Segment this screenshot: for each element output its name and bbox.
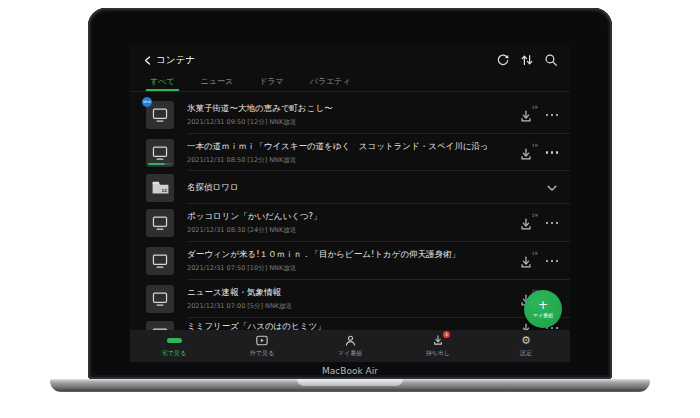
more-button[interactable] bbox=[546, 216, 559, 230]
fab-label: マイ番組 bbox=[533, 312, 553, 318]
program-list: NEW 氷菓子街道〜大地の恵みで町おこし〜 2021/12/31 09:50 [… bbox=[130, 92, 570, 330]
app-screen: コンテナ bbox=[130, 45, 570, 362]
tab-all[interactable]: すべて bbox=[150, 76, 175, 91]
expiry-count: 19 bbox=[532, 251, 538, 256]
tab-news[interactable]: ニュース bbox=[201, 76, 234, 91]
nav-label: 宅で見る bbox=[162, 349, 186, 358]
program-thumbnail: NEW bbox=[146, 101, 174, 129]
nav-item-watch-outside[interactable]: 外で見る bbox=[218, 330, 306, 362]
download-icon bbox=[519, 109, 533, 123]
program-text: ダーウィンが来る!１０ｍｉｎ．「目からビーム!トカゲの仰天護身術」 2021/1… bbox=[187, 249, 460, 273]
back-button[interactable]: コンテナ bbox=[144, 54, 195, 67]
list-item[interactable]: NEW 氷菓子街道〜大地の恵みで町おこし〜 2021/12/31 09:50 [… bbox=[130, 96, 570, 134]
program-title: ダーウィンが来る!１０ｍｉｎ．「目からビーム!トカゲの仰天護身術」 bbox=[187, 249, 460, 261]
nav-item-my-programs[interactable]: マイ番組 bbox=[306, 330, 394, 362]
more-button[interactable] bbox=[546, 254, 559, 268]
row-actions: 19 bbox=[519, 254, 559, 268]
program-meta: 2021/12/31 08:30 [24分] NNK放送 bbox=[187, 226, 322, 235]
nav-item-takeout[interactable]: 3 持ち出し bbox=[394, 330, 482, 362]
recorder-pill-icon bbox=[167, 335, 182, 346]
monitor-icon bbox=[151, 253, 169, 269]
nav-label: 持ち出し bbox=[426, 349, 450, 358]
my-programs-fab[interactable]: + マイ番組 bbox=[524, 290, 562, 328]
more-button[interactable] bbox=[546, 146, 559, 160]
page: コンテナ bbox=[0, 0, 700, 418]
watch-progress-bar bbox=[148, 163, 172, 165]
expiry-count: 19 bbox=[532, 143, 538, 148]
bottom-nav: 宅で見る 外で見る bbox=[130, 330, 570, 362]
sort-icon[interactable] bbox=[520, 53, 534, 67]
program-meta: 2021/12/31 08:50 [12分] NNK放送 bbox=[187, 156, 487, 165]
program-text: ニュース速報・気象情報 2021/12/31 07:00 [5分] NNK放送 bbox=[187, 287, 292, 311]
nav-item-watch-home[interactable]: 宅で見る bbox=[130, 330, 218, 362]
monitor-icon bbox=[151, 107, 169, 123]
new-badge: NEW bbox=[142, 97, 152, 107]
program-meta: 2021/12/31 09:50 [12分] NNK放送 bbox=[187, 118, 333, 127]
folder-item[interactable]: 12 名探偵ロワロ bbox=[130, 171, 570, 204]
download-icon: 3 bbox=[432, 335, 444, 346]
tv-play-icon bbox=[256, 335, 268, 346]
back-label: コンテナ bbox=[156, 54, 195, 67]
nav-label: マイ番組 bbox=[338, 349, 362, 358]
takeout-badge: 3 bbox=[443, 331, 450, 338]
laptop-base bbox=[50, 379, 650, 392]
folder-text: 名探偵ロワロ bbox=[187, 182, 239, 194]
plus-icon: + bbox=[538, 300, 548, 310]
program-title: 氷菓子街道〜大地の恵みで町おこし〜 bbox=[187, 103, 333, 115]
list-item[interactable]: ニュース速報・気象情報 2021/12/31 07:00 [5分] NNK放送 … bbox=[130, 280, 570, 318]
refresh-icon[interactable] bbox=[496, 53, 510, 67]
download-button[interactable]: 19 bbox=[519, 254, 533, 268]
download-button[interactable]: 19 bbox=[519, 108, 533, 122]
monitor-icon bbox=[151, 215, 169, 231]
download-button[interactable]: 19 bbox=[519, 216, 533, 230]
nav-item-settings[interactable]: ⚙ 設定 bbox=[482, 330, 570, 362]
more-button[interactable] bbox=[546, 108, 559, 122]
list-item[interactable]: 一本の道ｍｉｍｉ「ウイスキーの道をゆく スコットランド・スペイ川に沿って」 20… bbox=[130, 134, 570, 171]
monitor-icon bbox=[151, 145, 169, 161]
program-thumbnail bbox=[146, 321, 174, 330]
download-button[interactable]: 19 bbox=[519, 146, 533, 160]
program-text: ミミフリーズ「ハスのはのヒミツ」 bbox=[187, 321, 326, 330]
folder-thumbnail: 12 bbox=[146, 174, 174, 202]
search-icon[interactable] bbox=[544, 53, 558, 67]
chevron-left-icon bbox=[144, 55, 151, 66]
list-item[interactable]: ダーウィンが来る!１０ｍｉｎ．「目からビーム!トカゲの仰天護身術」 2021/1… bbox=[130, 242, 570, 280]
list-item[interactable]: ポッコロリン「かいだんいくつ?」 2021/12/31 08:30 [24分] … bbox=[130, 204, 570, 242]
program-text: ポッコロリン「かいだんいくつ?」 2021/12/31 08:30 [24分] … bbox=[187, 211, 322, 235]
program-thumbnail bbox=[146, 209, 174, 237]
folder-title: 名探偵ロワロ bbox=[187, 182, 239, 194]
program-meta: 2021/12/31 07:50 [10分] NNK放送 bbox=[187, 264, 460, 273]
program-thumbnail bbox=[146, 247, 174, 275]
category-tabs: すべて ニュース ドラマ バラエティ bbox=[130, 75, 570, 92]
download-icon bbox=[519, 147, 533, 161]
program-title: ミミフリーズ「ハスのはのヒミツ」 bbox=[187, 321, 326, 330]
program-text: 一本の道ｍｉｍｉ「ウイスキーの道をゆく スコットランド・スペイ川に沿って」 20… bbox=[187, 141, 487, 165]
person-icon bbox=[345, 335, 356, 346]
tab-variety[interactable]: バラエティ bbox=[310, 76, 351, 91]
nav-label: 設定 bbox=[520, 349, 532, 358]
chevron-down-icon[interactable] bbox=[546, 182, 558, 194]
monitor-icon bbox=[151, 291, 169, 307]
row-actions: 19 bbox=[519, 146, 559, 160]
row-actions: 19 bbox=[519, 108, 559, 122]
tab-drama[interactable]: ドラマ bbox=[259, 76, 284, 91]
expiry-count: 19 bbox=[532, 105, 538, 110]
row-actions: 19 bbox=[519, 216, 559, 230]
folder-count: 12 bbox=[161, 188, 167, 193]
program-title: ニュース速報・気象情報 bbox=[187, 287, 292, 299]
program-thumbnail bbox=[146, 285, 174, 313]
laptop-lid: コンテナ bbox=[88, 8, 612, 379]
program-title: ポッコロリン「かいだんいくつ?」 bbox=[187, 211, 322, 223]
app-header: コンテナ bbox=[130, 45, 570, 75]
program-thumbnail bbox=[146, 139, 174, 167]
program-title: 一本の道ｍｉｍｉ「ウイスキーの道をゆく スコットランド・スペイ川に沿って」 bbox=[187, 141, 487, 153]
list-item[interactable]: ミミフリーズ「ハスのはのヒミツ」 19 bbox=[130, 318, 570, 330]
download-icon bbox=[519, 255, 533, 269]
download-icon bbox=[519, 217, 533, 231]
header-actions bbox=[496, 53, 558, 67]
gear-icon: ⚙ bbox=[521, 335, 531, 346]
device-label: MacBook Air bbox=[88, 366, 612, 376]
program-text: 氷菓子街道〜大地の恵みで町おこし〜 2021/12/31 09:50 [12分]… bbox=[187, 103, 333, 127]
nav-label: 外で見る bbox=[250, 349, 274, 358]
program-meta: 2021/12/31 07:00 [5分] NNK放送 bbox=[187, 302, 292, 311]
